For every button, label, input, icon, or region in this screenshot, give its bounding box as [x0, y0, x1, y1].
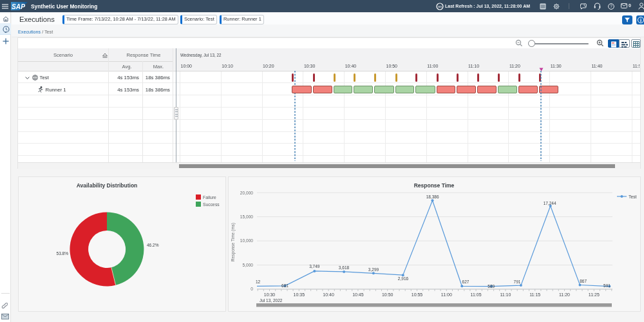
svg-text:5,000: 5,000 — [242, 263, 253, 267]
svg-text:365: 365 — [438, 5, 443, 8]
svg-text:591: 591 — [603, 283, 611, 288]
svg-text:11:05: 11:05 — [471, 292, 482, 297]
svg-text:?: ? — [610, 4, 612, 8]
svg-text:791: 791 — [514, 279, 521, 284]
svg-text:10:35: 10:35 — [294, 292, 305, 297]
svg-text:10:50: 10:50 — [382, 292, 393, 297]
svg-text:11:10: 11:10 — [500, 292, 511, 297]
svg-text:10:45: 10:45 — [352, 292, 364, 297]
svg-text:10:30: 10:30 — [264, 292, 276, 297]
svg-text:867: 867 — [580, 279, 587, 283]
svg-text:18,386: 18,386 — [426, 194, 439, 199]
svg-text:10:40: 10:40 — [323, 292, 334, 297]
svg-text:589: 589 — [488, 284, 495, 289]
svg-text:10,000: 10,000 — [240, 238, 254, 243]
svg-text:3,299: 3,299 — [368, 267, 379, 272]
svg-text:3,618: 3,618 — [339, 265, 350, 270]
svg-text:SAP: SAP — [12, 3, 25, 10]
svg-text:11:00: 11:00 — [441, 292, 452, 297]
svg-text:3,749: 3,749 — [309, 264, 320, 269]
svg-text:10:55: 10:55 — [412, 292, 423, 297]
svg-text:11:20: 11:20 — [559, 292, 570, 297]
svg-text:i: i — [640, 17, 641, 23]
svg-text:0: 0 — [251, 287, 253, 291]
svg-text:627: 627 — [462, 279, 469, 284]
svg-text:11:15: 11:15 — [529, 292, 540, 297]
svg-text:20,000: 20,000 — [240, 191, 254, 195]
svg-text:681: 681 — [281, 283, 289, 288]
svg-text:17,244: 17,244 — [544, 201, 556, 205]
svg-text:Jul 13, 2022: Jul 13, 2022 — [260, 298, 283, 303]
svg-text:15,000: 15,000 — [240, 214, 254, 219]
svg-text:12: 12 — [256, 279, 261, 284]
svg-text:11:25: 11:25 — [589, 292, 600, 297]
svg-text:2,916: 2,916 — [398, 276, 409, 281]
